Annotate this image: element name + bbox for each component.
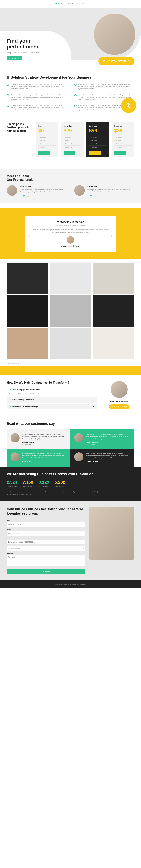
testimonial-sub: Sample text. Click to select the Text El…: [30, 224, 111, 226]
testimonial-section: ‹ › What Our Clients Say Sample text. Cl…: [0, 208, 141, 259]
faq-item[interactable]: 03.Plan Ahead For Home Painting? +: [7, 404, 96, 409]
message-input[interactable]: [7, 555, 85, 566]
review-card: Proin sed libero enim sed faucibus turpi…: [7, 430, 70, 448]
gallery-image: [7, 328, 48, 359]
testimonial-quote: Excepteur sint occaecat cupidatat non pr…: [30, 229, 111, 234]
plan-premium: Premium $89 15 Users Feature 1 Feature 2…: [112, 122, 134, 157]
gallery-credit: Images from Freepik: [0, 363, 141, 366]
instagram-icon[interactable]: ◻: [27, 194, 29, 197]
faq-cta-title: Have a questions?: [104, 400, 134, 402]
check-icon: [7, 94, 9, 96]
faq-title: How Do We Help Companies To Transform?: [7, 381, 96, 384]
avatar: [74, 433, 83, 442]
nav-contact[interactable]: Contact 1: [78, 3, 86, 5]
team-title: Meet The TeamOur Professionals: [7, 174, 134, 182]
phone-badge[interactable]: ✆ + 1 (234) 567-8910: [98, 57, 134, 65]
review-card: Proin sed libero enim sed faucibus turpi…: [70, 448, 134, 466]
next-arrow-icon[interactable]: ›: [110, 234, 114, 238]
submit-button[interactable]: SUBMIT: [7, 569, 85, 575]
twitter-icon[interactable]: 🐦: [90, 194, 93, 197]
gallery-image: [93, 296, 134, 327]
facebook-icon[interactable]: f: [20, 194, 21, 197]
facebook-icon[interactable]: f: [87, 194, 88, 197]
check-icon: [74, 105, 77, 107]
faq-content: Sample text. Click to select the Text El…: [7, 393, 96, 397]
hero-title: Find yourperfect niche: [7, 38, 60, 50]
buy-plan-button[interactable]: BUY PLAN: [89, 151, 101, 155]
divider-bar: [0, 366, 141, 375]
faq-item[interactable]: 02.House Painting Essentials? +: [7, 397, 96, 403]
review-card: Proin sed libero enim sed faucibus turpi…: [7, 448, 70, 466]
buy-plan-button[interactable]: BUY PLAN: [114, 151, 126, 155]
feature-item: Comfort produce husband boy her had hear…: [7, 104, 67, 111]
pricing-title: Simple prices, flexible options & nothin…: [7, 122, 33, 157]
faq-item[interactable]: 01.What is off-page our link building? −: [7, 387, 96, 392]
stats-description: Ut enim ad minima veniam, quis nostrum e…: [7, 491, 119, 496]
phone-input[interactable]: [7, 539, 85, 545]
device-circle: [121, 98, 136, 113]
buy-plan-button[interactable]: BUY PLAN: [38, 151, 50, 155]
contact-image: [89, 507, 134, 560]
hero: Find yourperfect niche Sample text. Clic…: [0, 8, 141, 61]
read-more-button[interactable]: READ MORE: [7, 56, 22, 61]
avatar: [74, 185, 85, 196]
collapse-icon: −: [93, 389, 94, 391]
check-icon: [74, 84, 77, 86]
pricing-section: Simple prices, flexible options & nothin…: [0, 117, 141, 163]
phone-button[interactable]: ✆ +1 (234) 567-8910: [109, 404, 130, 409]
gallery-image: [50, 296, 91, 327]
stats-title: We Are Increasing Business Success With …: [7, 472, 134, 476]
phone-icon: ✆: [103, 60, 106, 63]
reviews-section: Read what our customers say Proin sed li…: [0, 416, 141, 466]
team-member: Linda Kim Lorem ipsum dolor sit reprehen…: [74, 185, 134, 197]
stats-section: We Are Increasing Business Success With …: [0, 466, 141, 501]
option-dropdown[interactable]: Choose your option▾: [7, 546, 85, 551]
chevron-down-icon: ▾: [83, 548, 84, 549]
prev-arrow-icon[interactable]: ‹: [27, 234, 31, 238]
feature-item: Comfort produce husband boy her had hear…: [7, 83, 67, 90]
name-label: Name: [7, 520, 85, 521]
email-label: Email: [7, 528, 85, 530]
gallery-image: [7, 263, 48, 294]
phone-tablet-icon: [126, 103, 131, 108]
avatar: [7, 185, 17, 196]
hero-image: [94, 13, 135, 55]
avatar: [74, 453, 83, 461]
contact-section: Nam ultrices ultrices nec tortor pulvina…: [0, 501, 141, 580]
feature-item: Comfort produce husband boy her had hear…: [7, 94, 67, 100]
email-input[interactable]: [7, 531, 85, 536]
message-label: Message: [7, 552, 85, 554]
top-nav: Home 1 About 1 Contact 1: [0, 0, 141, 8]
faq-section: How Do We Help Companies To Transform? 0…: [0, 375, 141, 416]
review-card: Proin sed libero enim sed faucibus turpi…: [70, 430, 134, 448]
check-icon: [7, 84, 9, 86]
team-member: Nina Scave Lorem ipsum dolor sit reprehe…: [7, 185, 67, 197]
check-icon: [7, 105, 9, 107]
expand-icon: +: [93, 406, 94, 407]
expand-icon: +: [93, 399, 94, 401]
nav-about[interactable]: About 1: [66, 3, 73, 5]
avatar: [67, 236, 74, 244]
gallery-image: [7, 296, 48, 327]
plan-individual: Individual $29 15 Users Feature 1 Featur…: [61, 122, 84, 157]
check-icon: [74, 94, 77, 96]
plan-business: Business $59 15 Users Feature 1 Feature …: [86, 122, 109, 157]
twitter-icon[interactable]: 🐦: [22, 194, 25, 197]
name-input[interactable]: [7, 522, 85, 527]
phone-label: Phone: [7, 537, 85, 539]
testimonial-heading: What Our Clients Say: [30, 220, 111, 223]
image-gallery: [0, 259, 141, 363]
team-section: Meet The TeamOur Professionals Nina Scav…: [0, 169, 141, 203]
gallery-image: [93, 263, 134, 294]
avatar: [10, 433, 20, 442]
testimonial-author: Lisa Hudson, designer: [30, 245, 111, 247]
contact-title: Nam ultrices ultrices nec tortor pulvina…: [7, 507, 85, 516]
nav-home[interactable]: Home 1: [55, 3, 62, 5]
footer: Sample text. Click to select the Text El…: [0, 580, 141, 588]
gallery-image: [93, 328, 134, 359]
instagram-icon[interactable]: ◻: [94, 194, 96, 197]
avatar: [10, 453, 20, 461]
it-solution-section: IT Solution Strategy Development For You…: [0, 70, 141, 117]
hero-subtitle: Sample text. Click to select the Text El…: [7, 52, 60, 54]
buy-plan-button[interactable]: BUY PLAN: [64, 151, 76, 155]
